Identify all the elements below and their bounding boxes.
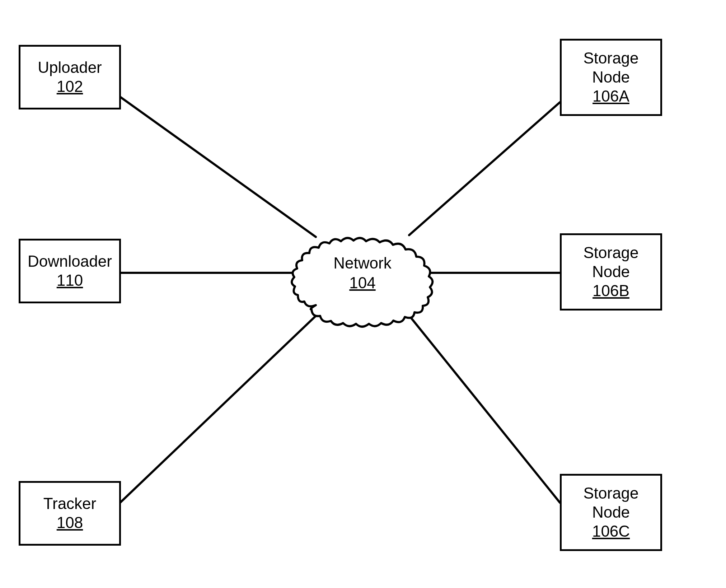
downloader-label: Downloader bbox=[28, 252, 112, 271]
storage-c-label1: Storage bbox=[583, 484, 638, 503]
storage-a-ref: 106A bbox=[592, 87, 629, 106]
storage-a-label1: Storage bbox=[583, 49, 638, 68]
network-label: Network bbox=[333, 253, 391, 273]
storage-node-b: Storage Node 106B bbox=[560, 233, 662, 311]
uploader-node: Uploader 102 bbox=[19, 45, 121, 109]
downloader-ref: 110 bbox=[57, 271, 83, 290]
tracker-node: Tracker 108 bbox=[19, 481, 121, 546]
tracker-label: Tracker bbox=[43, 494, 97, 513]
network-ref: 104 bbox=[333, 273, 391, 293]
downloader-node: Downloader 110 bbox=[19, 239, 121, 303]
network-cloud: Network 104 bbox=[287, 215, 438, 330]
uploader-ref: 102 bbox=[57, 77, 83, 96]
storage-c-ref: 106C bbox=[592, 522, 630, 541]
svg-line-5 bbox=[411, 318, 560, 503]
svg-line-2 bbox=[120, 316, 316, 503]
storage-node-c: Storage Node 106C bbox=[560, 474, 662, 551]
diagram-canvas: Uploader 102 Downloader 110 Tracker 108 … bbox=[0, 0, 726, 588]
storage-node-a: Storage Node 106A bbox=[560, 39, 662, 116]
storage-b-label2: Node bbox=[592, 262, 630, 281]
storage-b-ref: 106B bbox=[592, 281, 629, 300]
svg-line-0 bbox=[120, 97, 316, 237]
uploader-label: Uploader bbox=[38, 58, 102, 77]
storage-b-label1: Storage bbox=[583, 243, 638, 262]
tracker-ref: 108 bbox=[57, 513, 83, 532]
network-label-group: Network 104 bbox=[333, 253, 391, 293]
storage-c-label2: Node bbox=[592, 503, 630, 522]
storage-a-label2: Node bbox=[592, 68, 630, 87]
